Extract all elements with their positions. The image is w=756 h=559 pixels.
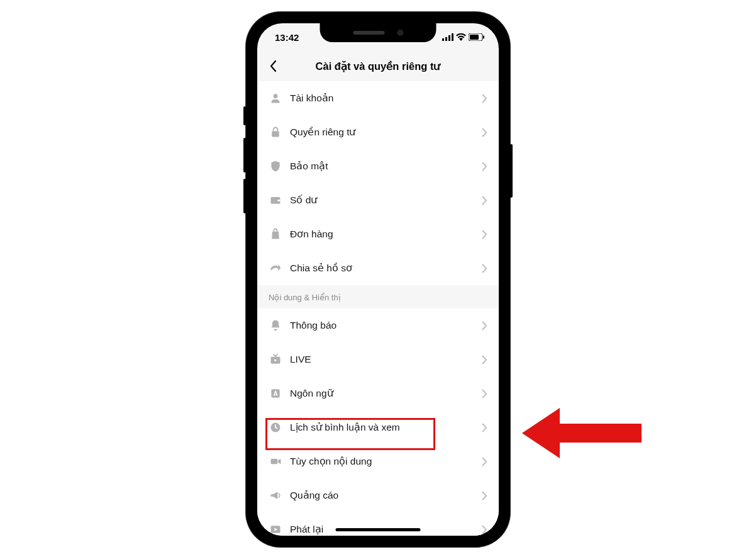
svg-rect-5 [470,35,479,40]
clock-icon [269,421,282,434]
row-label: Tùy chọn nội dung [290,456,482,467]
chevron-right-icon [482,355,487,364]
row-privacy[interactable]: Quyền riêng tư [257,115,499,149]
status-indicators [442,33,485,41]
language-icon: A [269,387,282,400]
row-label: Số dư [290,195,482,206]
wifi-icon [456,33,466,41]
chevron-right-icon [482,491,487,500]
row-label: Đơn hàng [290,229,482,240]
row-notifications[interactable]: Thông báo [257,308,499,342]
row-playback[interactable]: Phát lại [257,512,499,536]
chevron-right-icon [482,423,487,432]
row-label: Bảo mật [290,161,482,172]
chevron-right-icon [482,457,487,466]
arrow-annotation [522,402,648,465]
svg-rect-10 [277,200,280,201]
svg-rect-1 [445,37,447,41]
play-icon [269,522,282,536]
phone-power-button [510,144,513,198]
chevron-right-icon [482,196,487,205]
phone-volume-down-button [243,179,246,213]
settings-content[interactable]: Tài khoản Quyền riêng tư Bảo mật Số dư [257,81,499,536]
notch [320,23,436,42]
phone-screen: 13:42 Cài đặt và quyền riêng tư Tài khoả… [257,23,499,536]
lock-icon [269,125,282,139]
row-label: LIVE [290,354,482,365]
settings-group-content: Thông báo LIVE A Ngôn ngữ Lịch sử bình l… [257,308,499,536]
shield-icon [269,159,282,173]
svg-text:A: A [273,390,277,397]
row-orders[interactable]: Đơn hàng [257,217,499,251]
chevron-right-icon [482,162,487,171]
notch-speaker [353,31,384,35]
page-title: Cài đặt và quyền riêng tư [257,60,499,72]
settings-group-account: Tài khoản Quyền riêng tư Bảo mật Số dư [257,81,499,285]
row-security[interactable]: Bảo mật [257,149,499,183]
row-live[interactable]: LIVE [257,342,499,376]
row-label: Quyền riêng tư [290,127,482,138]
chevron-right-icon [482,128,487,137]
user-icon [269,91,282,105]
phone-side-button [243,106,246,125]
phone-volume-up-button [243,138,246,172]
section-header-content: Nội dung & Hiển thị [257,285,499,308]
wallet-icon [269,193,282,207]
chevron-right-icon [482,230,487,239]
chevron-right-icon [482,321,487,330]
chevron-right-icon [482,264,487,273]
bell-icon [269,319,282,332]
row-content-preferences[interactable]: Tùy chọn nội dung [257,444,499,478]
row-language[interactable]: A Ngôn ngữ [257,376,499,410]
megaphone-icon [269,488,282,502]
battery-icon [469,33,485,41]
svg-rect-0 [442,38,444,41]
chevron-right-icon [482,94,487,103]
svg-rect-2 [448,35,450,41]
notch-camera [397,30,403,36]
row-label: Chia sẻ hồ sơ [290,263,482,274]
row-label: Ngôn ngữ [290,388,482,399]
row-comment-watch-history[interactable]: Lịch sử bình luận và xem [257,410,499,444]
svg-point-7 [274,94,278,98]
row-account[interactable]: Tài khoản [257,81,499,115]
tv-icon [269,353,282,366]
svg-rect-15 [271,459,278,464]
status-time: 13:42 [275,32,299,43]
row-ads[interactable]: Quảng cáo [257,478,499,512]
chevron-left-icon [269,60,277,72]
back-button[interactable] [265,58,281,74]
signal-icon [442,33,453,41]
row-label: Tài khoản [290,93,482,104]
row-label: Quảng cáo [290,490,482,501]
row-share-profile[interactable]: Chia sẻ hồ sơ [257,251,499,285]
home-indicator[interactable] [336,528,421,531]
svg-rect-3 [452,33,453,41]
svg-rect-6 [483,36,484,39]
row-label: Thông báo [290,320,482,331]
share-icon [269,261,282,275]
app-header: Cài đặt và quyền riêng tư [257,51,499,81]
video-icon [269,455,282,468]
svg-rect-8 [272,131,279,137]
row-label: Lịch sử bình luận và xem [290,422,482,433]
bag-icon [269,227,282,241]
chevron-right-icon [482,525,487,534]
row-balance[interactable]: Số dư [257,183,499,217]
chevron-right-icon [482,389,487,398]
phone-frame: 13:42 Cài đặt và quyền riêng tư Tài khoả… [246,12,510,547]
